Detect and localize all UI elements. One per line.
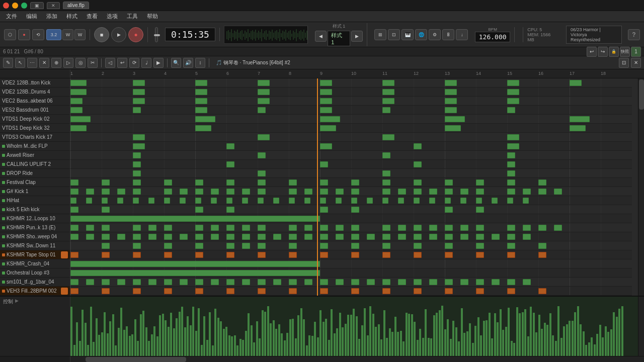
scrollbar-thumb[interactable]: [639, 79, 644, 110]
record-btn[interactable]: ●: [128, 27, 143, 42]
draw-tool-btn[interactable]: ✎: [3, 58, 13, 68]
detuned-tool-btn[interactable]: ⋯: [27, 58, 37, 68]
track-item[interactable]: kick 5 Ekh kick: [0, 205, 70, 214]
menu-tools[interactable]: 工具: [123, 12, 142, 21]
track-item[interactable]: HiHat: [0, 196, 70, 205]
menu-help[interactable]: 帮助: [143, 12, 162, 21]
track-row[interactable]: [70, 87, 632, 97]
tab-alive-flp[interactable]: alive.flp: [63, 2, 89, 9]
track-item[interactable]: KSHMR Pun..k 13 (E): [0, 223, 70, 232]
track-item[interactable]: DROP Ride: [0, 169, 70, 178]
pattern-display[interactable]: 样式 1: [328, 31, 350, 46]
help-btn[interactable]: ?: [628, 29, 640, 40]
track-row[interactable]: [70, 169, 632, 178]
horizontal-scrollbar[interactable]: [0, 356, 644, 362]
mute-tool-btn[interactable]: ◎: [75, 58, 86, 68]
tab-1-btn[interactable]: 1: [631, 47, 641, 57]
track-item[interactable]: VDE2 128B..tton Kick: [0, 78, 70, 87]
menu-options[interactable]: 选项: [103, 12, 122, 21]
play-from-btn[interactable]: ▶: [153, 58, 164, 68]
h-scrollbar-track[interactable]: [70, 356, 644, 362]
track-item[interactable]: KSHMR Tape Stop 01: [0, 250, 70, 259]
track-item[interactable]: VTDS3 Charts Kick 17: [0, 133, 70, 142]
erase-tool-btn[interactable]: ✕: [39, 58, 49, 68]
track-item[interactable]: Axwell Riser: [0, 151, 70, 160]
track-row[interactable]: [70, 115, 632, 124]
track-row[interactable]: [70, 259, 632, 268]
track-row[interactable]: [70, 223, 632, 232]
pattern-prev-btn[interactable]: ◀: [315, 31, 327, 42]
track-row[interactable]: [70, 250, 632, 259]
loop-btn[interactable]: ⟳: [129, 58, 139, 68]
track-row[interactable]: [70, 78, 632, 87]
track-row[interactable]: [70, 151, 632, 160]
playhead-tool-btn[interactable]: ▷: [63, 58, 73, 68]
track-row[interactable]: [70, 205, 632, 214]
undo2-btn[interactable]: ↩: [117, 58, 127, 68]
track-item[interactable]: VTDS1 Deep Kick 02: [0, 115, 70, 124]
mixer2-btn[interactable]: 🎚: [442, 29, 454, 40]
beats-btn[interactable]: 3.2: [46, 29, 61, 40]
track-row[interactable]: [70, 106, 632, 115]
browser-btn[interactable]: 🌐: [415, 29, 427, 40]
track-row[interactable]: [70, 124, 632, 133]
zoom-tool-btn[interactable]: ⊕: [51, 58, 61, 68]
menu-edit[interactable]: 编辑: [22, 12, 41, 21]
rec-btn[interactable]: ●: [18, 29, 30, 40]
menu-view[interactable]: 查看: [83, 12, 102, 21]
download-btn[interactable]: ↓: [456, 29, 468, 40]
track-row[interactable]: [70, 133, 632, 142]
zoom-out-btn[interactable]: 🔊: [183, 58, 193, 68]
track-item[interactable]: KSHMR Sho..weep 04: [0, 232, 70, 241]
menu-style[interactable]: 样式: [62, 12, 82, 21]
menu-add[interactable]: 添加: [42, 12, 61, 21]
track-item[interactable]: VTDS1 Deep Kick 32: [0, 124, 70, 133]
h-scrollbar-thumb[interactable]: [86, 357, 186, 362]
quick-snap-btn[interactable]: 快照: [620, 47, 630, 57]
track-item[interactable]: KSHMR_Crash_04: [0, 259, 70, 268]
track-row[interactable]: [70, 268, 632, 278]
track-item[interactable]: G# Kick 1: [0, 187, 70, 196]
track-row[interactable]: [70, 287, 632, 296]
track-item[interactable]: VDE2 128B..Drums 4: [0, 87, 70, 97]
time-display[interactable]: 0:15:35: [165, 28, 215, 41]
zoom-in-btn[interactable]: 🔍: [171, 58, 181, 68]
track-row[interactable]: [70, 241, 632, 250]
steps-btn[interactable]: W: [74, 29, 86, 40]
loop-mode-btn[interactable]: ⟲: [32, 29, 44, 40]
detach-btn[interactable]: ⊡: [619, 58, 629, 68]
piano-roll-btn[interactable]: 🎹: [401, 29, 414, 40]
track-item[interactable]: CALLING UPLIFT 2: [0, 160, 70, 169]
play-btn[interactable]: ▶: [111, 27, 126, 42]
mixer-btn[interactable]: ⊞: [374, 29, 386, 40]
left-arrow-btn[interactable]: ◁: [105, 58, 115, 68]
track-item[interactable]: Festival Clap: [0, 178, 70, 187]
track-item[interactable]: KSHMR 12..Loops 10: [0, 214, 70, 223]
vertical-scrollbar[interactable]: [638, 78, 644, 296]
tab-close[interactable]: ✕: [47, 2, 60, 9]
select-tool-btn[interactable]: ↖: [15, 58, 25, 68]
redo-btn[interactable]: ↪: [598, 47, 608, 57]
expand-icon[interactable]: ▶: [15, 298, 19, 303]
track-row[interactable]: [70, 142, 632, 151]
track-row[interactable]: [70, 178, 632, 187]
stop-btn[interactable]: ■: [94, 27, 109, 42]
pattern-next-btn[interactable]: ▶: [351, 31, 363, 42]
track-row[interactable]: [70, 97, 632, 106]
track-item[interactable]: VES2 Bassdrum 001: [0, 106, 70, 115]
track-content-area[interactable]: [70, 78, 638, 296]
track-item[interactable]: KSHMR Sw..Down 11: [0, 241, 70, 250]
track-row[interactable]: [70, 214, 632, 223]
track-item[interactable]: Orchestral Loop #3: [0, 268, 70, 278]
fit-btn[interactable]: ↕: [195, 58, 205, 68]
track-row[interactable]: [70, 196, 632, 205]
prev-pattern-btn[interactable]: ⬡: [4, 29, 16, 40]
window-min-btn[interactable]: [12, 3, 18, 9]
track-row[interactable]: [70, 278, 632, 287]
track-row[interactable]: [70, 232, 632, 241]
swing-btn[interactable]: W: [62, 29, 73, 40]
track-row[interactable]: [70, 187, 632, 196]
window-close-btn[interactable]: [3, 3, 9, 9]
bottom-scrollbar[interactable]: [638, 297, 644, 356]
track-row[interactable]: [70, 160, 632, 169]
